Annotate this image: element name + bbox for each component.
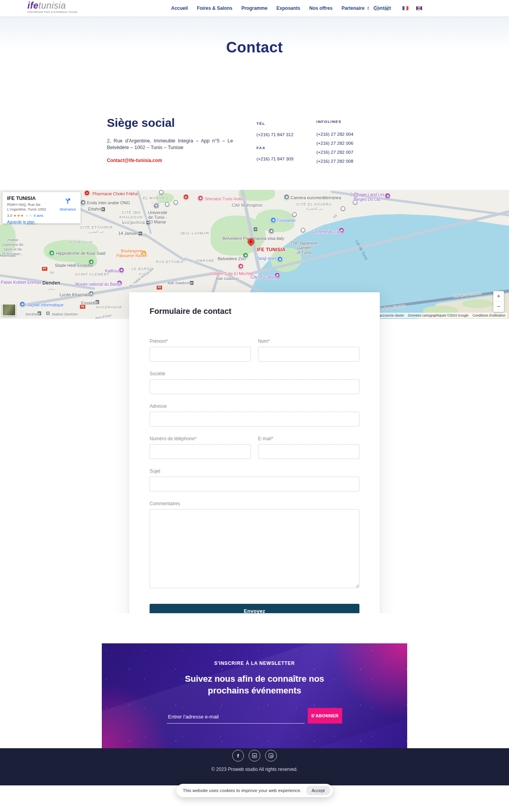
header: ifetunisia International Fairs & Exhibit…	[0, 0, 509, 16]
satellite-view-thumbnail[interactable]	[2, 304, 16, 316]
map-marker: P5	[156, 285, 162, 290]
map-marker	[173, 200, 178, 205]
copyright-text: © 2023 Proweb studio All rights reserved…	[0, 767, 509, 772]
map-park	[156, 193, 174, 203]
siege-social-block: Siège social 2, Rue d'Argentine, Immeubl…	[107, 116, 373, 163]
map-road	[137, 191, 152, 234]
newsletter-section: S'INSCRIRE À LA NEWSLETTER Suivez nous a…	[0, 613, 509, 748]
footer-instagram-icon[interactable]	[265, 750, 277, 762]
map-label: Camera euromediterranea	[291, 195, 341, 200]
hero-section: Contact Siège social 2, Rue d'Argentine,…	[0, 16, 509, 190]
map-label: Les jasmins	[122, 220, 145, 225]
instagram-glyph	[384, 6, 389, 11]
email-input[interactable]	[258, 444, 359, 459]
reviews-link[interactable]: 4 avis	[34, 213, 43, 218]
map-label: Ave d'Oran	[95, 313, 112, 319]
phone-input[interactable]	[150, 444, 251, 459]
logo-wordmark: ifetunisia	[27, 1, 77, 10]
map-marker	[165, 202, 170, 207]
linkedin-icon[interactable]: in	[374, 6, 379, 11]
newsletter-title: Suivez nous afin de connaître nos procha…	[102, 673, 407, 697]
newsletter-email-input[interactable]	[167, 710, 305, 724]
map-marker	[274, 272, 280, 278]
map-marker: M	[37, 311, 42, 315]
map-marker	[198, 195, 203, 201]
map-label: Pharmacie Chokri Frikha	[92, 191, 138, 196]
infoline-number: (+216) 27 282 004	[316, 130, 379, 139]
logo[interactable]: ifetunisia International Fairs & Exhibit…	[27, 1, 77, 14]
map-marker: M	[146, 220, 150, 225]
map-marker: M	[138, 231, 143, 236]
map-marker	[385, 193, 390, 198]
map-label: SAINT CLÉMENT	[75, 272, 109, 277]
accept-cookies-button[interactable]: Accept	[306, 786, 330, 795]
map-road	[143, 233, 186, 261]
map-marker	[20, 301, 25, 307]
subscribe-button[interactable]: S'ABONNER	[308, 708, 342, 724]
map-marker	[117, 280, 122, 286]
map-marker	[153, 203, 159, 208]
map-marker	[269, 228, 274, 234]
map-marker	[49, 250, 54, 256]
map-data-attribution: Données cartographiques ©2024 Google	[408, 313, 469, 317]
map-marker: H	[183, 194, 189, 200]
tel-number: (+216) 71 847 312	[256, 132, 313, 137]
nav-item-foires-salons[interactable]: Foires & Salons	[197, 5, 233, 11]
nav-item-partenaire[interactable]: Partenaire	[341, 5, 365, 11]
enlarge-map-link[interactable]: Agrandir le plan	[7, 220, 76, 224]
map-marker	[141, 250, 146, 256]
map-label: N9	[332, 213, 338, 220]
terms-link[interactable]: Conditions d'utilisation	[473, 313, 505, 317]
footer-linkedin-icon[interactable]: in	[249, 750, 260, 762]
map-attribution: Raccourcis clavierDonnées cartographique…	[375, 313, 507, 318]
first-name-input[interactable]	[150, 347, 251, 362]
directions-button[interactable]: Itinéraires	[59, 197, 77, 211]
comments-textarea[interactable]	[150, 509, 359, 588]
map-marker	[243, 252, 248, 258]
zoom-in-button[interactable]: +	[493, 291, 504, 301]
map-label: Station DenDen	[52, 312, 78, 317]
map-park	[0, 224, 16, 255]
company-input[interactable]	[150, 379, 359, 394]
company-label: Société	[150, 371, 359, 377]
address-label: Adresse	[150, 403, 359, 409]
tel-label: TÉL	[256, 121, 313, 126]
zoom-out-button[interactable]: −	[493, 302, 504, 312]
map-road	[69, 204, 148, 238]
instagram-icon[interactable]	[384, 6, 389, 11]
map-label: Sheraton Tunis Hotel	[205, 196, 243, 201]
facebook-icon[interactable]: f	[367, 5, 369, 11]
nav-item-programme[interactable]: Programme	[241, 5, 267, 11]
nav-item-exposants[interactable]: Exposants	[276, 5, 300, 11]
map-label: CITÉ EL KHADRA	[296, 202, 332, 207]
comments-label: Commentaires	[150, 501, 359, 507]
keyboard-shortcuts-link[interactable]: Raccourcis clavier	[377, 313, 404, 317]
footer-facebook-icon[interactable]: f	[232, 750, 244, 762]
newsletter-card: S'INSCRIRE À LA NEWSLETTER Suivez nous a…	[102, 643, 407, 748]
subject-input[interactable]	[150, 477, 359, 492]
first-name-label: Prénom*	[150, 338, 251, 344]
french-flag-icon[interactable]	[403, 6, 408, 10]
newsletter-kicker: S'INSCRIRE À LA NEWSLETTER	[102, 661, 407, 666]
last-name-input[interactable]	[258, 347, 359, 362]
language-switcher	[403, 0, 422, 16]
map-marker	[301, 228, 305, 232]
map-label: باردو	[139, 271, 146, 275]
map-info-card: IFE TUNISIA R59H+34Q, Rue De L'Argentine…	[2, 192, 81, 223]
nav-item-nos-offres[interactable]: Nos offres	[309, 5, 332, 11]
map-label: دندان	[48, 286, 55, 291]
map-marker	[271, 217, 276, 223]
address-input[interactable]	[150, 412, 359, 427]
rating-stars-empty: ★★	[25, 214, 32, 218]
map-marker	[277, 256, 283, 262]
fax-number: (+216) 71 847 309	[256, 157, 313, 161]
map-label: Belvedere Zoo	[218, 256, 246, 261]
map-marker	[353, 200, 357, 205]
map-label: CITÉ IBN KHALDOUN	[119, 210, 143, 220]
nav-item-accueil[interactable]: Accueil	[171, 5, 188, 11]
fax-label: FAX	[256, 146, 313, 150]
instagram-glyph	[269, 753, 273, 758]
map-marker: P7	[42, 266, 48, 271]
english-flag-icon[interactable]	[416, 6, 422, 10]
infolines-column: INFOLINES (+216) 27 282 004(+216) 27 282…	[316, 119, 379, 166]
